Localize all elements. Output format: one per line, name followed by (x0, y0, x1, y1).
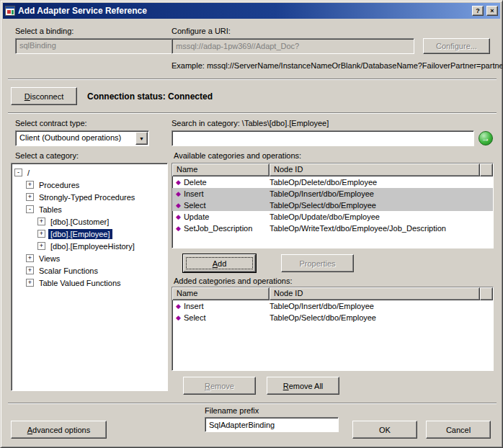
operation-icon: ◆ (176, 315, 181, 321)
contract-type-label: Select contract type: (15, 119, 87, 127)
operation-node-id: TableOp/Update/dbo/Employee (270, 212, 493, 221)
cancel-button[interactable]: Cancel (426, 421, 491, 439)
table-row[interactable]: ◆SetJob_DescriptionTableOp/WriteText/dbo… (172, 223, 493, 234)
tree-item[interactable]: -Tables (13, 203, 166, 215)
uri-input[interactable] (172, 38, 414, 54)
tree-item[interactable]: -/ (13, 166, 166, 179)
tree-item[interactable]: +[dbo].[Customer] (13, 215, 166, 228)
filename-prefix-label: Filename prefix (205, 406, 259, 415)
added-label: Added categories and operations: (174, 277, 293, 285)
operation-name: Delete (184, 178, 207, 187)
operation-node-id: TableOp/Delete/dbo/Employee (270, 178, 493, 187)
table-row[interactable]: ◆SelectTableOp/Select/dbo/Employee (172, 200, 493, 211)
tree-item[interactable]: +[dbo].[Employee] (13, 228, 166, 240)
chevron-down-icon[interactable]: ▼ (135, 132, 148, 145)
add-button-label: Add (184, 259, 255, 268)
disconnect-button[interactable]: Disconnect (11, 87, 77, 105)
table-row[interactable]: ◆DeleteTableOp/Delete/dbo/Employee (172, 176, 493, 188)
go-arrow-icon: → (481, 133, 490, 143)
window-title: Add Adapter Service Reference (18, 6, 469, 16)
properties-button[interactable]: Properties (281, 254, 354, 272)
tree-item[interactable]: +Views (13, 252, 166, 264)
column-header-name[interactable]: Name (172, 163, 270, 176)
operation-name: Insert (184, 302, 204, 310)
tree-item-label: [dbo].[EmployeeHistory] (48, 241, 137, 251)
column-header-filler (480, 163, 493, 176)
category-label: Select a category: (15, 151, 79, 160)
window-icon (5, 6, 15, 16)
configure-button[interactable]: Configure... (423, 38, 490, 54)
collapse-icon[interactable]: - (14, 169, 22, 176)
collapse-icon[interactable]: - (26, 205, 34, 213)
operation-icon: ◆ (176, 202, 181, 209)
operation-node-id: TableOp/Select/dbo/Employee (270, 313, 493, 322)
available-operations-table: Name Node ID ◆DeleteTableOp/Delete/dbo/E… (172, 163, 494, 248)
search-go-button[interactable]: → (478, 131, 493, 145)
available-label: Available categories and operations: (174, 151, 301, 160)
expand-icon[interactable]: + (26, 193, 34, 201)
remove-all-button-label: Remove All (267, 382, 339, 390)
divider (8, 112, 497, 114)
category-tree: -/+Procedures+Strongly-Typed Procedures-… (11, 163, 168, 391)
operation-name: Select (184, 201, 206, 210)
contract-type-select[interactable]: Client (Outbound operations) ▼ (15, 130, 149, 146)
cancel-button-label: Cancel (427, 426, 490, 434)
remove-button[interactable]: Remove (183, 377, 256, 395)
properties-button-label: Properties (282, 259, 353, 268)
filename-prefix-input[interactable] (205, 417, 339, 432)
help-button[interactable]: ? (472, 6, 484, 16)
operation-node-id: TableOp/Insert/dbo/Employee (270, 302, 493, 310)
column-header-nodeid[interactable]: Node ID (270, 287, 480, 300)
expand-icon[interactable]: + (26, 254, 34, 262)
remove-button-label: Remove (184, 382, 255, 390)
tree-item[interactable]: +Strongly-Typed Procedures (13, 191, 166, 203)
table-row[interactable]: ◆UpdateTableOp/Update/dbo/Employee (172, 211, 493, 223)
remove-all-button[interactable]: Remove All (267, 377, 339, 395)
column-header-name[interactable]: Name (172, 287, 270, 300)
tree-item[interactable]: +Scalar Functions (13, 264, 166, 277)
binding-label: Select a binding: (15, 27, 74, 35)
tree-item[interactable]: +[dbo].[EmployeeHistory] (13, 240, 166, 252)
close-button[interactable]: × (486, 6, 498, 16)
expand-icon[interactable]: + (26, 181, 34, 189)
table-row[interactable]: ◆InsertTableOp/Insert/dbo/Employee (172, 188, 493, 200)
operation-node-id: TableOp/Insert/dbo/Employee (270, 189, 493, 198)
operation-node-id: TableOp/WriteText/dbo/Employee/Job_Descr… (270, 224, 493, 233)
contract-type-value: Client (Outbound operations) (16, 131, 135, 145)
disconnect-button-label: Disconnect (12, 92, 76, 101)
tree-item[interactable]: +Procedures (13, 179, 166, 191)
column-header-nodeid[interactable]: Node ID (270, 163, 480, 176)
search-input[interactable] (172, 130, 474, 146)
table-row[interactable]: ◆InsertTableOp/Insert/dbo/Employee (172, 300, 493, 312)
operation-icon: ◆ (176, 214, 181, 220)
tree-item-label: Table Valued Functions (37, 278, 123, 288)
table-row[interactable]: ◆SelectTableOp/Select/dbo/Employee (172, 312, 493, 323)
binding-value: sqlBinding (16, 39, 194, 53)
titlebar[interactable]: Add Adapter Service Reference ? × (3, 3, 500, 19)
tree-item-label: Tables (37, 205, 64, 215)
added-operations-table: Name Node ID ◆InsertTableOp/Insert/dbo/E… (172, 287, 494, 371)
tree-item-label: [dbo].[Customer] (48, 217, 111, 227)
ok-button[interactable]: OK (352, 421, 417, 439)
divider (8, 403, 497, 404)
expand-icon[interactable]: + (26, 279, 34, 287)
expand-icon[interactable]: + (37, 242, 45, 250)
add-button[interactable]: Add (183, 254, 256, 272)
available-table-header: Name Node ID (172, 163, 493, 176)
advanced-options-button[interactable]: Advanced options (11, 421, 107, 439)
added-table-body: ◆InsertTableOp/Insert/dbo/Employee◆Selec… (172, 300, 493, 323)
available-table-body: ◆DeleteTableOp/Delete/dbo/Employee◆Inser… (172, 176, 493, 234)
expand-icon[interactable]: + (26, 266, 34, 274)
advanced-options-button-label: Advanced options (12, 426, 106, 434)
expand-icon[interactable]: + (37, 230, 45, 238)
tree-item-label: Scalar Functions (37, 266, 100, 276)
dialog-window: Add Adapter Service Reference ? × Select… (0, 0, 503, 448)
ok-button-label: OK (353, 426, 417, 434)
operation-icon: ◆ (176, 225, 181, 232)
tree-item[interactable]: +Table Valued Functions (13, 277, 166, 289)
added-table-header: Name Node ID (172, 287, 493, 300)
expand-icon[interactable]: + (37, 218, 45, 225)
operation-name: Update (184, 212, 209, 221)
configure-button-label: Configure... (424, 42, 489, 50)
divider (8, 79, 497, 80)
